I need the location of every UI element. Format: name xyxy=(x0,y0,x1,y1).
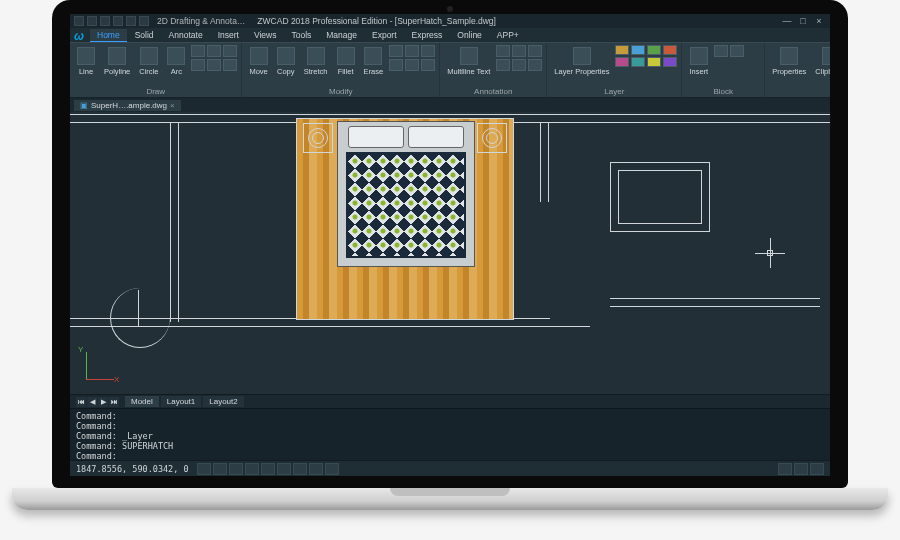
layout-last-icon[interactable]: ⏭ xyxy=(109,397,119,407)
ribbon-group-label: Draw xyxy=(74,87,237,97)
ribbon-small-button[interactable] xyxy=(207,59,221,71)
ribbon-small-button[interactable] xyxy=(496,59,510,71)
menu-tab-export[interactable]: Export xyxy=(365,29,404,42)
erase-icon xyxy=(364,47,382,65)
layout-first-icon[interactable]: ⏮ xyxy=(76,397,86,407)
layer-swatch[interactable] xyxy=(615,57,629,67)
ribbon-group-layer: Layer PropertiesLayer xyxy=(547,43,682,97)
ribbon-small-button[interactable] xyxy=(496,45,510,57)
polyline-icon xyxy=(108,47,126,65)
layout-prev-icon[interactable]: ◀ xyxy=(87,397,97,407)
qat-plot-icon[interactable] xyxy=(139,16,149,26)
minimize-button[interactable]: — xyxy=(780,16,794,26)
ribbon-small-button[interactable] xyxy=(389,45,403,57)
insert-button[interactable]: Insert xyxy=(686,45,711,78)
maximize-button[interactable]: □ xyxy=(796,16,810,26)
multiline-text-button[interactable]: Multiline Text xyxy=(444,45,493,78)
ribbon-small-button[interactable] xyxy=(421,45,435,57)
ribbon-group-label: Layer xyxy=(551,87,677,97)
qat-redo-icon[interactable] xyxy=(126,16,136,26)
layout-tab-layout2[interactable]: Layout2 xyxy=(203,396,243,407)
ribbon-group-label: Annotation xyxy=(444,87,542,97)
ribbon-small-button[interactable] xyxy=(528,45,542,57)
ribbon-small-button[interactable] xyxy=(528,59,542,71)
layout-tab-layout1[interactable]: Layout1 xyxy=(161,396,201,407)
copy-icon xyxy=(277,47,295,65)
qat-save-icon[interactable] xyxy=(100,16,110,26)
menu-tab-home[interactable]: Home xyxy=(90,29,127,42)
menu-tab-app+[interactable]: APP+ xyxy=(490,29,526,42)
ribbon-small-button[interactable] xyxy=(207,45,221,57)
command-window[interactable]: Command:Command:Command: _LayerCommand: … xyxy=(70,408,830,460)
annotation-scale[interactable] xyxy=(778,463,792,475)
polyline-button[interactable]: Polyline xyxy=(101,45,133,78)
layer-swatch[interactable] xyxy=(615,45,629,55)
polar-toggle[interactable] xyxy=(245,463,259,475)
ribbon-small-button[interactable] xyxy=(223,45,237,57)
file-icon: ▣ xyxy=(80,101,88,110)
workspace-switch[interactable] xyxy=(794,463,808,475)
menu-tab-manage[interactable]: Manage xyxy=(319,29,364,42)
properties-button[interactable]: Properties xyxy=(769,45,809,78)
layout-tab-model[interactable]: Model xyxy=(125,396,159,407)
ribbon-small-button[interactable] xyxy=(405,45,419,57)
layer-swatch[interactable] xyxy=(647,57,661,67)
menu-tab-insert[interactable]: Insert xyxy=(211,29,246,42)
command-history-line: Command: xyxy=(76,411,824,421)
copy-button[interactable]: Copy xyxy=(274,45,298,78)
dyn-toggle[interactable] xyxy=(325,463,339,475)
ribbon-small-button[interactable] xyxy=(512,45,526,57)
ribbon-small-button[interactable] xyxy=(730,45,744,57)
menu-tab-views[interactable]: Views xyxy=(247,29,284,42)
ribbon-small-button[interactable] xyxy=(191,45,205,57)
drawing-canvas[interactable]: Y X xyxy=(70,112,830,394)
ribbon-small-button[interactable] xyxy=(714,45,728,57)
ribbon-small-button[interactable] xyxy=(191,59,205,71)
ribbon-small-button[interactable] xyxy=(421,59,435,71)
layer-properties-button[interactable]: Layer Properties xyxy=(551,45,612,78)
circle-button[interactable]: Circle xyxy=(136,45,161,78)
clipboard-button[interactable]: Clipboard xyxy=(812,45,830,78)
arc-button[interactable]: Arc xyxy=(164,45,188,78)
qat-open-icon[interactable] xyxy=(87,16,97,26)
ribbon-group-annotation: Multiline TextAnnotation xyxy=(440,43,547,97)
menu-tab-solid[interactable]: Solid xyxy=(128,29,161,42)
osnap-toggle[interactable] xyxy=(261,463,275,475)
layer-swatch[interactable] xyxy=(663,57,677,67)
menu-tab-express[interactable]: Express xyxy=(405,29,450,42)
menu-tab-tools[interactable]: Tools xyxy=(284,29,318,42)
erase-button[interactable]: Erase xyxy=(361,45,387,78)
qat-new-icon[interactable] xyxy=(74,16,84,26)
qat-undo-icon[interactable] xyxy=(113,16,123,26)
ribbon-small-button[interactable] xyxy=(389,59,403,71)
otrack-toggle[interactable] xyxy=(277,463,291,475)
close-button[interactable]: × xyxy=(812,16,826,26)
layer-swatch[interactable] xyxy=(631,57,645,67)
ortho-toggle[interactable] xyxy=(229,463,243,475)
model-toggle[interactable] xyxy=(309,463,323,475)
ribbon-small-button[interactable] xyxy=(405,59,419,71)
menu-tab-online[interactable]: Online xyxy=(450,29,489,42)
ribbon-small-button[interactable] xyxy=(223,59,237,71)
menu-tab-annotate[interactable]: Annotate xyxy=(162,29,210,42)
lwt-toggle[interactable] xyxy=(293,463,307,475)
layer-properties-label: Layer Properties xyxy=(554,67,609,76)
title-bar: 2D Drafting & Annota… ZWCAD 2018 Profess… xyxy=(70,14,830,28)
fillet-button[interactable]: Fillet xyxy=(334,45,358,78)
stretch-button[interactable]: Stretch xyxy=(301,45,331,78)
close-tab-icon[interactable]: × xyxy=(170,101,175,110)
ribbon-small-button[interactable] xyxy=(512,59,526,71)
move-button[interactable]: Move xyxy=(246,45,270,78)
layer-swatch[interactable] xyxy=(663,45,677,55)
document-tab[interactable]: ▣ SuperH….ample.dwg × xyxy=(74,100,181,111)
layer-swatch[interactable] xyxy=(647,45,661,55)
layout-next-icon[interactable]: ▶ xyxy=(98,397,108,407)
line-button[interactable]: Line xyxy=(74,45,98,78)
ribbon-group-label xyxy=(769,96,830,97)
layer-swatch[interactable] xyxy=(631,45,645,55)
workspace-dropdown[interactable]: 2D Drafting & Annota… xyxy=(157,16,245,26)
plan-line xyxy=(170,122,171,322)
clean-screen-icon[interactable] xyxy=(810,463,824,475)
grid-toggle[interactable] xyxy=(213,463,227,475)
snap-toggle[interactable] xyxy=(197,463,211,475)
